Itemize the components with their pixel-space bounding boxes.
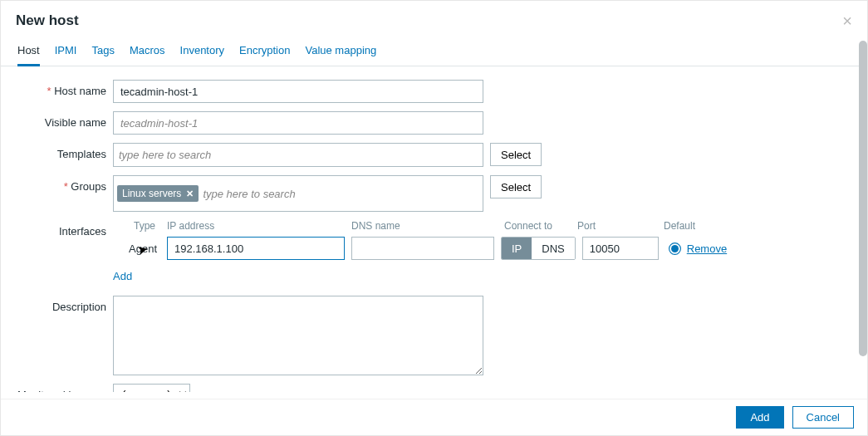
interface-header-type: Type [134, 220, 167, 232]
tab-ipmi[interactable]: IPMI [55, 37, 77, 66]
interface-port-input[interactable] [582, 237, 659, 260]
host-name-input[interactable] [113, 80, 483, 103]
templates-select-button[interactable]: Select [490, 143, 542, 166]
form-body: Host name Visible name Templates Select … [1, 66, 867, 392]
group-tag-remove-icon[interactable]: ✕ [186, 189, 194, 199]
interface-ip-input[interactable] [167, 237, 345, 260]
groups-select-button[interactable]: Select [490, 175, 542, 198]
dialog-title: New host [16, 12, 79, 29]
tab-inventory[interactable]: Inventory [180, 37, 224, 66]
templates-multiselect[interactable] [113, 143, 483, 167]
interface-connect-toggle: IP DNS [501, 237, 576, 260]
templates-label: Templates [17, 143, 113, 160]
interface-header-connect: Connect to [504, 220, 577, 232]
connect-dns-button[interactable]: DNS [532, 238, 574, 259]
tab-bar: Host IPMI Tags Macros Inventory Encrypti… [1, 37, 867, 66]
interfaces-label: Interfaces [17, 220, 113, 238]
interface-header-default: Default [664, 220, 695, 232]
interface-dns-input[interactable] [351, 237, 494, 260]
tab-macros[interactable]: Macros [130, 37, 165, 66]
close-icon[interactable]: × [842, 12, 852, 29]
scrollbar-thumb[interactable] [859, 41, 867, 356]
monitored-by-proxy-select[interactable]: (no proxy) [113, 384, 190, 392]
tab-tags[interactable]: Tags [91, 37, 114, 66]
group-tag: Linux servers ✕ [117, 185, 199, 202]
monitored-by-proxy-label: Monitored by proxy [17, 384, 113, 392]
cancel-button[interactable]: Cancel [792, 406, 854, 429]
description-label: Description [17, 296, 113, 313]
interface-header-dns: DNS name [351, 220, 504, 232]
groups-multiselect[interactable]: Linux servers ✕ [113, 175, 483, 212]
interface-add-link[interactable]: Add [113, 270, 132, 282]
tab-host[interactable]: Host [17, 37, 40, 66]
groups-label: Groups [17, 175, 113, 193]
connect-ip-button[interactable]: IP [502, 238, 532, 259]
templates-search-input[interactable] [117, 145, 479, 164]
visible-name-label: Visible name [17, 111, 113, 129]
host-name-label: Host name [17, 80, 113, 97]
interface-header-port: Port [577, 220, 664, 232]
add-button[interactable]: Add [736, 406, 783, 429]
interface-header-ip: IP address [167, 220, 351, 232]
interface-row: Agent IP DNS Remove [113, 237, 851, 260]
visible-name-input[interactable] [113, 111, 483, 135]
tab-value-mapping[interactable]: Value mapping [305, 37, 376, 66]
interface-remove-link[interactable]: Remove [687, 242, 727, 255]
tab-encryption[interactable]: Encryption [239, 37, 290, 66]
interface-default-radio[interactable] [669, 242, 681, 255]
description-textarea[interactable] [113, 296, 483, 375]
dialog-footer: Add Cancel [1, 399, 867, 435]
interface-type-label: Agent [113, 242, 160, 255]
group-tag-label: Linux servers [122, 188, 181, 199]
dialog-header: New host × [1, 1, 867, 37]
groups-search-input[interactable] [201, 184, 479, 203]
interface-headers: Type IP address DNS name Connect to Port… [113, 220, 851, 232]
